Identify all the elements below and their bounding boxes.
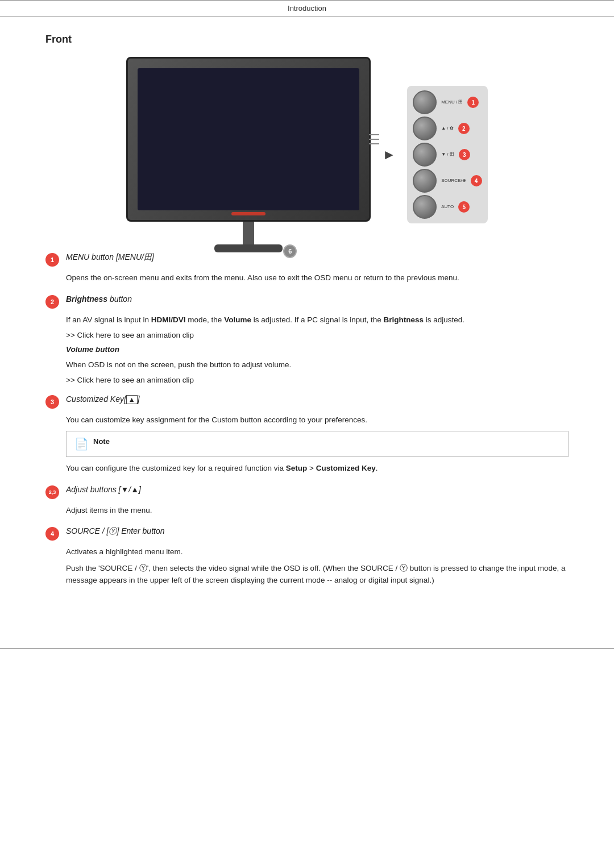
item-row-3: 3 Customized Key[▲]	[45, 394, 569, 409]
page-header: Introduction	[0, 0, 614, 16]
note-icon: 📄	[74, 437, 89, 451]
item-23-title: Adjust buttons [▼/▲]	[66, 485, 141, 494]
item-3-body: You can customize key assignment for the…	[66, 414, 569, 426]
item-3-title: Customized Key[▲]	[66, 394, 140, 404]
note-box-3: 📄 Note	[66, 431, 569, 457]
side-panel-background: MENU / 田 1 ▲ / ✿ 2 ▼ / 田 3	[407, 86, 487, 223]
item-1-title: MENU button [MENU/田]	[66, 252, 154, 263]
item-4-body1: Activates a highlighted menu item.	[66, 546, 569, 558]
panel-badge-2: 2	[458, 123, 470, 134]
panel-button-brightness-label: ▲ / ✿	[441, 126, 454, 131]
item-row-2: 2 Brightness button	[45, 294, 569, 309]
panel-button-row-3: ▼ / 田 3	[413, 143, 482, 167]
monitor-stand-neck	[243, 222, 254, 244]
item-row-4: 4 SOURCE / [Ⓨ] Enter button	[45, 526, 569, 541]
badge-2: 2	[45, 295, 59, 309]
item-row-23: 2,3 Adjust buttons [▼/▲]	[45, 485, 569, 499]
panel-button-brightness[interactable]	[413, 117, 437, 140]
badge-3: 3	[45, 395, 59, 409]
side-button-panel: MENU / 田 1 ▲ / ✿ 2 ▼ / 田 3	[407, 86, 487, 223]
item-row-1: 1 MENU button [MENU/田]	[45, 252, 569, 267]
panel-badge-4: 4	[471, 175, 482, 186]
panel-button-row-1: MENU / 田 1	[413, 90, 482, 114]
monitor-frame	[126, 57, 371, 222]
item-2-subtitle: Volume button	[66, 344, 569, 356]
panel-button-menu-label: MENU / 田	[441, 99, 463, 105]
note-label: Note	[93, 437, 110, 446]
panel-button-menu[interactable]	[413, 90, 437, 114]
desc-item-3: 3 Customized Key[▲] You can customize ke…	[45, 394, 569, 475]
desc-item-23: 2,3 Adjust buttons [▼/▲] Adjust items in…	[45, 485, 569, 517]
item-4-body2: Push the 'SOURCE / Ⓨ', then selects the …	[66, 563, 569, 587]
item-2-body2: When OSD is not on the screen, push the …	[66, 359, 569, 371]
panel-button-row-2: ▲ / ✿ 2	[413, 117, 482, 140]
page-footer	[0, 648, 614, 653]
desc-item-4: 4 SOURCE / [Ⓨ] Enter button Activates a …	[45, 526, 569, 587]
item-23-body: Adjust items in the menu.	[66, 505, 569, 517]
item-4-title: SOURCE / [Ⓨ] Enter button	[66, 526, 165, 537]
monitor-bezel-accent	[231, 212, 265, 215]
note-body-3: You can configure the customized key for…	[66, 463, 569, 475]
item-2-title: Brightness button	[66, 294, 132, 304]
arrow-right-icon: ►	[382, 147, 396, 163]
panel-button-auto[interactable]	[413, 195, 437, 219]
panel-button-row-4: SOURCE/⊕ 4	[413, 169, 482, 193]
panel-badge-3: 3	[459, 149, 470, 160]
item-1-body: Opens the on-screen menu and exits from …	[66, 272, 569, 284]
desc-item-1: 1 MENU button [MENU/田] Opens the on-scre…	[45, 252, 569, 284]
monitor-drawing: 6	[126, 57, 371, 252]
desc-item-2: 2 Brightness button If an AV signal is i…	[45, 294, 569, 384]
monitor-illustration: 6 ► MENU / 田 1 ▲ / ✿ 2	[45, 57, 569, 252]
badge-4: 4	[45, 527, 59, 541]
panel-button-source[interactable]	[413, 169, 437, 193]
section-title: Front	[45, 34, 569, 45]
panel-button-volume-label: ▼ / 田	[441, 152, 454, 157]
panel-button-row-5: AUTO 5	[413, 195, 482, 219]
panel-badge-1: 1	[467, 97, 479, 108]
item-2-body1: If an AV signal is input in HDMI/DVI mod…	[66, 314, 569, 326]
badge-23: 2,3	[45, 485, 59, 499]
panel-button-auto-label: AUTO	[441, 204, 454, 210]
header-title: Introduction	[288, 4, 326, 13]
panel-badge-5: 5	[458, 201, 470, 213]
item-2-link2[interactable]: >> Click here to see an animation clip	[66, 376, 569, 384]
monitor-screen	[138, 68, 359, 210]
panel-button-volume[interactable]	[413, 143, 437, 167]
monitor-stand-base	[214, 244, 283, 252]
panel-button-source-label: SOURCE/⊕	[441, 178, 466, 184]
badge-1: 1	[45, 253, 59, 267]
item-2-link1[interactable]: >> Click here to see an animation clip	[66, 331, 569, 339]
